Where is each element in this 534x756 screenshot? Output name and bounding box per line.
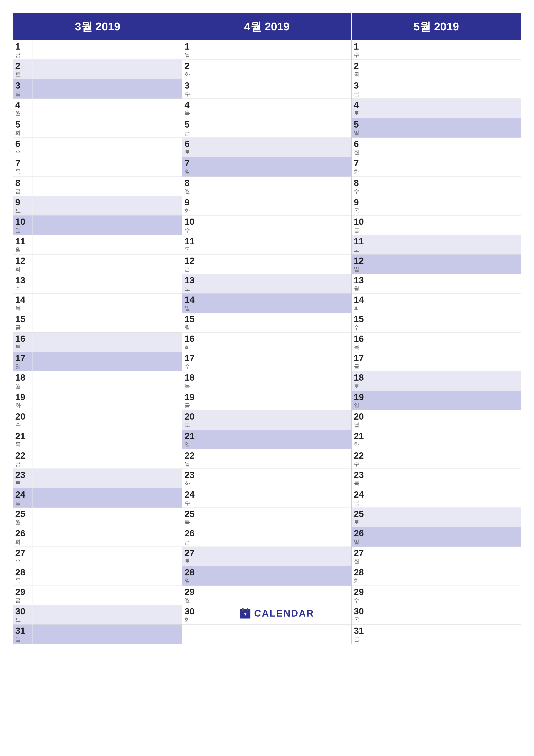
day-number: 7 (354, 158, 359, 168)
day-name: 일 (15, 636, 21, 642)
day-content (371, 216, 521, 235)
day-name: 일 (185, 441, 190, 448)
day-name: 월 (354, 421, 359, 428)
day-row: 4토 (352, 99, 521, 118)
day-number-block: 23목 (352, 469, 371, 488)
day-content (371, 586, 521, 605)
day-number-block: 11목 (182, 235, 202, 254)
day-name: 수 (185, 91, 190, 97)
day-number-block: 27토 (182, 547, 202, 566)
day-content (33, 60, 182, 79)
day-number-block: 10일 (13, 216, 33, 235)
day-content (202, 508, 351, 527)
day-number: 1 (354, 41, 359, 51)
day-name: 화 (185, 480, 190, 487)
day-number: 2 (185, 61, 190, 71)
day-content (371, 177, 521, 196)
day-number-block: 24일 (13, 488, 33, 507)
day-content (202, 60, 351, 79)
day-content (33, 430, 182, 449)
day-number: 21 (354, 431, 364, 441)
day-row: 8금 (13, 177, 182, 196)
day-row: 25토 (352, 508, 521, 527)
day-content (371, 352, 521, 371)
day-number: 11 (354, 236, 364, 246)
day-name: 수 (15, 149, 21, 156)
day-number-block: 10수 (182, 216, 202, 235)
day-number: 20 (354, 412, 364, 421)
day-content (202, 449, 351, 469)
day-content (33, 118, 182, 138)
day-name: 토 (354, 519, 359, 526)
day-name: 금 (15, 51, 21, 58)
day-number: 22 (354, 451, 364, 461)
day-number: 17 (15, 353, 25, 363)
day-number-block: 21화 (352, 430, 371, 449)
day-row: 9화 (182, 196, 351, 216)
day-row: 1수 (352, 40, 521, 60)
day-content (33, 391, 182, 410)
day-name: 일 (354, 266, 359, 272)
day-number-block: 18목 (182, 371, 202, 391)
day-name: 수 (354, 51, 359, 58)
day-content (202, 488, 351, 507)
day-number-block: 22월 (182, 449, 202, 469)
day-number: 9 (15, 198, 20, 207)
day-number-block: 18월 (13, 371, 33, 391)
day-row: 22금 (13, 449, 182, 469)
day-name: 일 (354, 402, 359, 409)
day-name: 월 (185, 461, 190, 467)
day-row: 18월 (13, 371, 182, 391)
day-name: 일 (15, 363, 21, 370)
day-row: 12화 (13, 255, 182, 274)
day-row: 10금 (352, 216, 521, 235)
day-number-block: 6토 (182, 138, 202, 157)
day-number: 19 (15, 392, 25, 402)
day-number: 26 (354, 528, 364, 538)
day-row: 27토 (182, 547, 351, 566)
day-row: 24금 (352, 488, 521, 508)
day-number-block: 19화 (13, 391, 33, 410)
day-content (33, 293, 182, 313)
day-name: 목 (15, 577, 21, 584)
day-row: 10수 (182, 216, 351, 235)
svg-text:7: 7 (244, 612, 246, 617)
day-number-block: 12일 (352, 255, 371, 274)
day-content (33, 196, 182, 215)
day-content (202, 469, 351, 488)
day-content (202, 118, 351, 138)
day-number-block: 16토 (13, 333, 33, 352)
day-number: 19 (354, 392, 364, 402)
day-number: 26 (185, 528, 195, 538)
day-content (371, 371, 521, 391)
day-row: 7일 (182, 157, 351, 176)
month-column-march: 1금2토3일4월5화6수7목8금9토10일11월12화13수14목15금16토1… (13, 40, 182, 644)
day-name: 일 (15, 91, 21, 97)
day-number: 7 (15, 158, 20, 168)
day-number: 11 (185, 236, 195, 246)
day-number: 15 (354, 314, 364, 324)
day-number: 25 (185, 509, 195, 519)
day-row: 14일 (182, 293, 351, 313)
day-name: 토 (15, 207, 21, 214)
day-name: 화 (15, 539, 21, 545)
day-row: 25월 (13, 508, 182, 527)
day-content (33, 449, 182, 469)
day-content (202, 430, 351, 449)
day-row: 28목 (13, 566, 182, 585)
day-name: 월 (15, 519, 21, 526)
day-number: 30 (15, 607, 25, 616)
day-number-block: 17일 (13, 352, 33, 371)
day-content (33, 605, 182, 624)
day-name: 목 (15, 168, 21, 175)
day-content (202, 196, 351, 215)
day-number-block: 22수 (352, 449, 371, 469)
day-number: 23 (354, 470, 364, 480)
day-number: 26 (15, 528, 25, 538)
days-grid: 1금2토3일4월5화6수7목8금9토10일11월12화13수14목15금16토1… (13, 40, 521, 644)
day-name: 금 (354, 363, 359, 370)
day-number: 24 (354, 490, 364, 500)
day-content (33, 255, 182, 274)
day-name: 일 (15, 227, 21, 233)
day-name: 일 (15, 500, 21, 506)
